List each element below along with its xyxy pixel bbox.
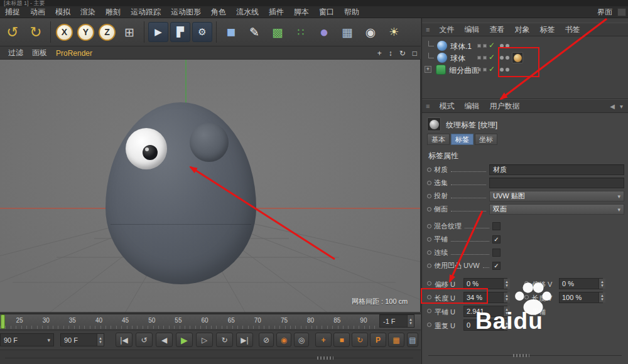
rotate-left-icon[interactable]: ↺ — [2, 21, 23, 43]
menu-snap[interactable]: 捕捉 — [0, 6, 25, 18]
enabled-check-icon[interactable]: ✓ — [489, 53, 495, 62]
offset-v-field[interactable]: 0 % ▲▼ — [559, 278, 603, 289]
material-field[interactable]: 材质 — [489, 164, 624, 175]
selection-field[interactable] — [489, 178, 624, 188]
keyframe-dot[interactable] — [427, 295, 431, 299]
menu-window[interactable]: 窗口 — [314, 6, 339, 18]
tab-basic[interactable]: 基本 — [427, 134, 450, 145]
keyframe-dot[interactable] — [427, 323, 431, 327]
om-menu-bookmarks[interactable]: 书签 — [560, 24, 585, 35]
next-frame-button[interactable]: ▷ — [196, 333, 213, 347]
tile-checkbox[interactable]: ✓ — [492, 235, 501, 244]
play-button[interactable]: ▶ — [176, 333, 193, 347]
editor-visibility-dot[interactable] — [500, 68, 504, 72]
camera-icon[interactable]: ◉ — [360, 21, 381, 43]
key-scale-toggle[interactable]: ■ — [333, 333, 350, 347]
tab-coordinates[interactable]: 坐标 — [475, 134, 497, 145]
record-keyframe-button[interactable]: ◉ — [276, 333, 291, 347]
range-end-field[interactable]: 90 F ▾ — [0, 333, 54, 346]
stepper[interactable]: ▲▼ — [503, 320, 510, 330]
layout-panel-icon[interactable]: ▤ — [407, 333, 418, 347]
menu-motion-tracker[interactable]: 运动跟踪 — [126, 6, 166, 18]
render-visibility-dot[interactable] — [506, 68, 509, 72]
frame-offset-field[interactable]: -1 F ▲▼ — [379, 314, 414, 328]
layout-preset-icon[interactable] — [617, 8, 626, 16]
record-scrub-button[interactable]: ⊘ — [259, 333, 274, 347]
om-menu-edit[interactable]: 编辑 — [459, 24, 484, 35]
play-reverse-button[interactable]: ↺ — [136, 333, 153, 347]
layer-toggle-icon[interactable] — [483, 68, 487, 72]
menu-animate[interactable]: 动画 — [25, 6, 50, 18]
menu-interface[interactable]: 界面 — [592, 6, 617, 18]
projection-dropdown[interactable]: UVW 贴图 ▾ — [489, 191, 624, 201]
layer-toggle-icon[interactable] — [477, 44, 481, 48]
object-row-sphere-1[interactable]: 球体.1 ✓ — [422, 40, 628, 52]
keyframe-dot[interactable] — [427, 250, 431, 255]
keyframe-dot[interactable] — [427, 224, 431, 228]
coordinate-system-icon[interactable]: ⊞ — [119, 21, 140, 43]
panel-menu[interactable]: 面板 — [28, 48, 51, 58]
keyframe-dot[interactable] — [427, 194, 431, 198]
layer-toggle-icon[interactable] — [483, 44, 487, 48]
stepper[interactable]: ▲▼ — [503, 279, 510, 289]
keyframe-dot[interactable] — [524, 309, 529, 313]
floor-icon[interactable]: ▦ — [337, 21, 358, 43]
mix-textures-checkbox[interactable] — [492, 222, 501, 230]
am-menu-user-data[interactable]: 用户数据 — [484, 101, 524, 112]
current-frame-field[interactable]: 90 F ▲▼ — [60, 333, 104, 346]
keyframe-dot[interactable] — [427, 309, 431, 313]
om-menu-tags[interactable]: 标签 — [534, 24, 560, 35]
key-position-toggle[interactable]: + — [315, 333, 332, 347]
previous-frame-button[interactable]: ◀ — [156, 333, 173, 347]
stepper[interactable]: ▲▼ — [407, 315, 414, 327]
am-menu-edit[interactable]: 编辑 — [459, 101, 484, 112]
keyframe-dot[interactable] — [427, 168, 431, 172]
seamless-checkbox[interactable] — [492, 249, 501, 257]
texture-tag-icon[interactable] — [512, 52, 523, 63]
use-bump-uvw-checkbox[interactable]: ✓ — [492, 262, 501, 270]
enabled-check-icon[interactable]: ✓ — [489, 41, 495, 50]
keyframe-dot[interactable] — [427, 207, 431, 211]
menu-pipeline[interactable]: 流水线 — [231, 6, 264, 18]
key-parameter-toggle[interactable]: P — [370, 333, 386, 347]
render-view-icon[interactable]: ▶ — [148, 22, 168, 42]
am-menu-mode[interactable]: 模式 — [434, 101, 459, 112]
repeat-u-field[interactable]: 0 ▲▼ — [463, 319, 507, 331]
expand-icon[interactable]: + — [425, 66, 431, 73]
rotate-view-icon[interactable]: ↻ — [399, 49, 406, 58]
menu-sculpt[interactable]: 雕刻 — [100, 6, 126, 18]
menu-script[interactable]: 脚本 — [289, 6, 314, 18]
layer-toggle-icon[interactable] — [477, 56, 481, 60]
timeline-ruler[interactable]: 25 30 35 40 45 50 55 60 65 70 75 80 85 9… — [0, 313, 421, 330]
keyframe-dot[interactable] — [524, 281, 529, 286]
om-menu-view[interactable]: 查看 — [484, 24, 509, 35]
menu-mograph[interactable]: 运动图形 — [166, 6, 206, 18]
primitive-cube-icon[interactable]: ■ — [220, 21, 242, 43]
om-menu-file[interactable]: 文件 — [434, 24, 459, 35]
lock-z-axis-button[interactable]: Z — [99, 24, 116, 41]
autokey-button[interactable]: ◎ — [294, 333, 309, 347]
play-cycle-button[interactable]: ↻ — [216, 333, 233, 347]
length-v-field[interactable]: 100 % ▲▼ — [559, 292, 603, 303]
stepper[interactable]: ▲▼ — [97, 334, 104, 346]
keyframe-dot[interactable] — [427, 264, 431, 268]
zoom-view-icon[interactable]: ↕ — [389, 49, 392, 58]
dropdown-arrow-icon[interactable]: ▾ — [47, 337, 50, 343]
go-to-start-button[interactable]: |◀ — [116, 333, 133, 347]
viewport[interactable]: 网格间距 : 100 cm — [0, 60, 421, 312]
stepper[interactable]: ▲▼ — [598, 279, 605, 289]
lock-y-axis-button[interactable]: Y — [77, 24, 94, 41]
side-dropdown[interactable]: 双面 ▾ — [489, 204, 624, 215]
tab-tag[interactable]: 标签 — [451, 134, 474, 145]
render-settings-icon[interactable]: ⚙ — [192, 22, 212, 42]
stepper[interactable]: ▲▼ — [503, 306, 510, 316]
offset-u-field[interactable]: 0 % ▲▼ — [463, 278, 507, 289]
deformer-icon[interactable]: ● — [313, 21, 335, 43]
rotate-right-icon[interactable]: ↻ — [25, 21, 46, 43]
keyframe-dot[interactable] — [427, 181, 431, 185]
key-pla-toggle[interactable]: ▦ — [388, 333, 404, 347]
subdivision-surface-icon[interactable]: ▩ — [267, 21, 288, 43]
layer-toggle-icon[interactable] — [477, 68, 481, 72]
keyframe-dot[interactable] — [427, 281, 431, 286]
length-u-field[interactable]: 34 % ▲▼ — [463, 292, 507, 303]
